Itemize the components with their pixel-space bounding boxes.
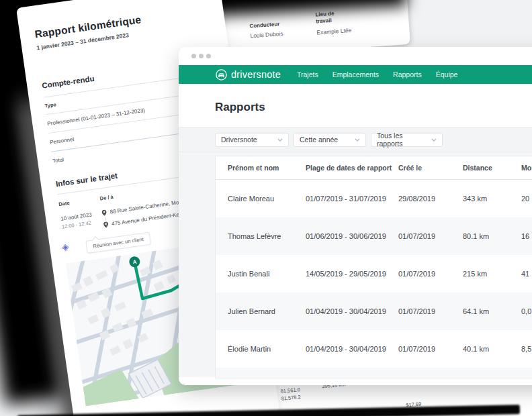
waypoint-diamond-icon: ◈ — [61, 242, 69, 252]
workplace-value: Example Ltée — [316, 27, 352, 36]
cell-distance: 343 km — [463, 195, 521, 203]
cell-amount: 0,0 — [521, 307, 532, 315]
pin-icon — [101, 209, 107, 216]
cell-amount: 20 — [521, 195, 532, 203]
cell-distance: 215 km — [463, 270, 521, 278]
table-row-partial — [216, 368, 532, 378]
window-dot-icon[interactable] — [206, 54, 211, 58]
driver-value: Louis Dubois — [250, 30, 283, 39]
window-dot-icon[interactable] — [191, 54, 196, 58]
cell-name: Thomas Lefèvre — [228, 232, 306, 240]
filter-period-value: Cette année — [300, 136, 338, 144]
filter-period-dropdown[interactable]: Cette année — [294, 133, 366, 147]
chevron-down-icon — [431, 138, 437, 142]
nav-item-trajets[interactable]: Trajets — [297, 70, 318, 79]
main-nav: Trajets Emplacements Rapports Équipe — [297, 70, 472, 79]
browser-titlebar — [179, 47, 532, 65]
nav-item-equipe[interactable]: Équipe — [436, 70, 458, 79]
cell-distance: 40.1 km — [463, 345, 521, 353]
odometer-start: 81,561.0 — [280, 386, 300, 395]
cell-range: 01/04/2019 - 30/04/2019 — [306, 307, 398, 315]
page-header: Rapports — [179, 84, 532, 127]
filter-account-value: Driversnote — [221, 136, 257, 144]
app-navbar: driversnote Trajets Emplacements Rapport… — [179, 65, 532, 84]
cell-name: Élodie Martin — [228, 345, 306, 353]
cell-range: 01/07/2019 - 31/07/2019 — [306, 195, 398, 203]
table-row[interactable]: Thomas Lefèvre 01/06/2019 - 30/06/2019 0… — [216, 217, 532, 255]
cell-name: Claire Moreau — [228, 195, 306, 203]
col-range: Plage de dates de rapport — [306, 164, 398, 172]
table-row[interactable]: Claire Moreau 01/07/2019 - 31/07/2019 29… — [216, 180, 532, 217]
filter-type-value: Tous les rapports — [377, 132, 426, 148]
window-dot-icon[interactable] — [199, 54, 204, 58]
brand-name: driversnote — [231, 69, 281, 80]
trip-col-date: Date — [58, 195, 101, 207]
page-title: Rapports — [215, 101, 532, 114]
filter-account-dropdown[interactable]: Driversnote — [215, 133, 289, 147]
cell-distance: 64.1 km — [463, 307, 521, 315]
cell-distance: 80.1 km — [463, 232, 521, 240]
chevron-down-icon — [277, 138, 283, 142]
cell-created: 01/07/2019 — [398, 232, 463, 240]
cell-name: Justin Benali — [228, 270, 306, 278]
table-row[interactable]: Élodie Martin 01/04/2019 - 30/04/2019 01… — [216, 330, 532, 368]
odometer-end: 81,578.2 — [281, 394, 301, 402]
filter-type-dropdown[interactable]: Tous les rapports — [371, 133, 443, 147]
car-logo-icon — [216, 69, 227, 81]
screenshot-stage: Conducteur Louis Dubois Lieu de travail … — [0, 0, 532, 416]
workplace-label: Lieu de travail — [315, 10, 344, 25]
cell-range: 14/05/2019 - 29/05/2019 — [306, 270, 398, 278]
nav-item-rapports[interactable]: Rapports — [393, 70, 422, 79]
cell-name: Julien Bernard — [228, 307, 306, 315]
col-created: Créé le — [398, 164, 463, 172]
cell-created: 01/07/2019 — [398, 345, 463, 353]
cell-created: 01/07/2019 — [398, 307, 463, 315]
cell-amount: 16 — [521, 232, 532, 240]
col-name: Prénom et nom — [228, 164, 306, 172]
reports-table: Prénom et nom Plage de dates de rapport … — [215, 156, 532, 378]
driver-label: Conducteur — [249, 21, 279, 30]
cell-amount: 41 — [521, 270, 532, 278]
table-row[interactable]: Julien Bernard 01/04/2019 - 30/04/2019 0… — [216, 293, 532, 330]
cell-created: 29/08/2019 — [398, 195, 463, 203]
trip-col-route: De / à — [99, 194, 114, 202]
brand-logo[interactable]: driversnote — [216, 69, 281, 81]
table-header-row: Prénom et nom Plage de dates de rapport … — [216, 156, 532, 180]
chevron-down-icon — [355, 138, 360, 142]
nav-item-emplacements[interactable]: Emplacements — [332, 70, 379, 79]
cell-amount: 8,5 — [521, 345, 532, 353]
col-distance: Distance — [463, 164, 521, 172]
cell-created: 01/07/2019 — [398, 270, 463, 278]
browser-window: driversnote Trajets Emplacements Rapport… — [179, 47, 532, 385]
page-content: Prénom et nom Plage de dates de rapport … — [179, 152, 532, 377]
filter-bar: Driversnote Cette année Tous les rapport… — [179, 127, 532, 152]
col-amount: Montant — [521, 164, 532, 172]
table-row[interactable]: Justin Benali 14/05/2019 - 29/05/2019 01… — [216, 255, 532, 293]
cell-range: 01/06/2019 - 30/06/2019 — [306, 232, 398, 240]
cell-range: 01/04/2019 - 30/04/2019 — [306, 345, 398, 353]
